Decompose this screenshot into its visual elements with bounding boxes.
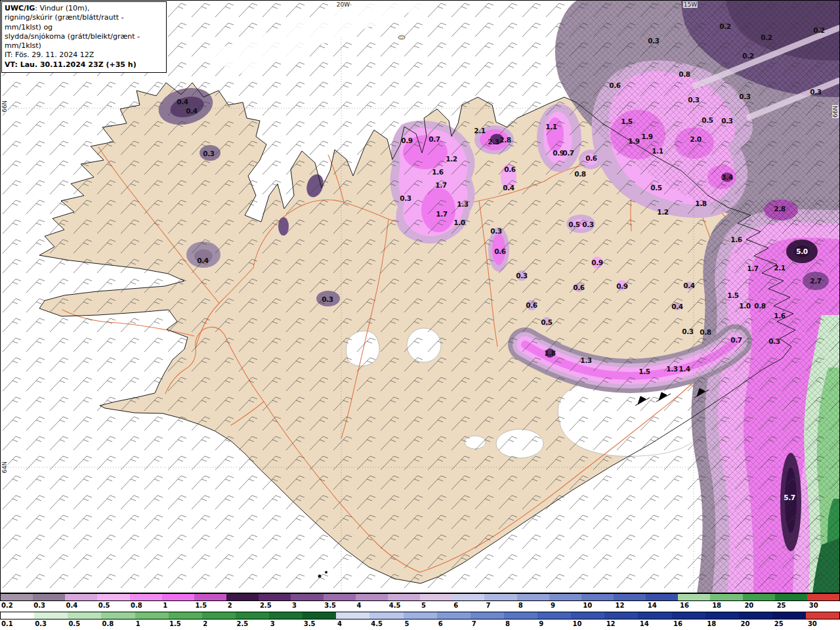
colorbar-label: 2 (226, 601, 259, 612)
colorbar-cell (369, 612, 403, 619)
colorbar-label: 20 (739, 620, 772, 630)
colorbar-cell (571, 612, 604, 619)
colorbar-label: 8 (517, 601, 549, 612)
colorbar-cell (471, 612, 504, 619)
colorbar-cell (646, 594, 678, 600)
colorbar-cell (34, 612, 68, 619)
colorbar-label: 20 (743, 601, 775, 612)
colorbar-cell (135, 612, 169, 619)
colorbar-cell (672, 612, 705, 619)
colorbar-cell (65, 594, 97, 600)
weather-forecast-map: 20W15W66N64N66N 0.40.40.30.40.30.90.71.2… (0, 0, 840, 630)
colorbar-cell (807, 594, 839, 600)
colorbar-cell (68, 612, 101, 619)
colorbar-cell (537, 612, 571, 619)
colorbar-label: 0.3 (32, 601, 64, 612)
colorbar-label: 9 (549, 601, 581, 612)
colorbar-label: 14 (639, 620, 672, 630)
colorbar-cell (356, 594, 388, 600)
colorbar-label: 25 (776, 601, 808, 612)
colorbar-cell (336, 612, 369, 619)
colorbar-label: 25 (773, 620, 807, 630)
snow-scale-colorbar: 0.20.30.40.50.811.522.533.544.5567891012… (0, 593, 840, 612)
colorbar-label: 12 (605, 620, 639, 630)
colorbar-cell (581, 594, 614, 600)
colorbar-label: 12 (614, 601, 646, 612)
colorbar-cell (404, 612, 437, 619)
colorbar-label: 4 (356, 601, 388, 612)
colorbar-cell (739, 612, 772, 619)
colorbar-cell (269, 612, 303, 619)
colorbar-cell (437, 612, 471, 619)
colorbar-label: 1 (161, 601, 194, 612)
colorbar-label: 9 (537, 620, 571, 630)
valid-time: VT: Lau. 30.11.2024 23Z (+35 h) (5, 60, 162, 70)
colorbar-label: 5 (420, 601, 452, 612)
colorbar-cell (226, 594, 259, 600)
title-line3: slydda/snjókoma (grátt/bleikt/grænt - mm… (5, 32, 162, 51)
colorbar-cell (162, 594, 194, 600)
colorbar-cell (130, 594, 162, 600)
colorbar-cell (169, 612, 202, 619)
colorbar-label: 18 (711, 601, 743, 612)
colorbar-label: 16 (672, 620, 705, 630)
colorbar-cell (638, 612, 671, 619)
colorbar-cell (452, 594, 484, 600)
colorbar-label: 0.5 (67, 620, 100, 630)
colorbar-cell (33, 594, 65, 600)
title-line1: UWC/IG: Vindur (10m), (5, 4, 162, 13)
colorbar-label: 3 (291, 601, 323, 612)
colorbar-label: 6 (452, 601, 484, 612)
colorbar-label: 0.2 (0, 601, 32, 612)
colorbar-label: 16 (679, 601, 711, 612)
colorbar-label: 30 (807, 620, 840, 630)
colorbar-label: 30 (808, 601, 840, 612)
colorbar-cell (303, 612, 336, 619)
colorbar-cell (101, 612, 135, 619)
app-name: UWC/IG (5, 4, 35, 12)
colorbar-label: 2 (201, 620, 235, 630)
colorbar-cell (388, 594, 420, 600)
colorbar-label: 3.5 (323, 601, 355, 612)
colorbar-cell (806, 612, 839, 619)
legend-colorbars: 0.20.30.40.50.811.522.533.544.5567891012… (0, 593, 840, 630)
rain-scale-colorbar: 0.10.30.50.811.522.533.544.5567891012141… (0, 612, 840, 630)
colorbar-label: 0.5 (97, 601, 129, 612)
colorbar-label: 7 (485, 601, 517, 612)
colorbar-label: 0.8 (129, 601, 161, 612)
colorbar-cell (517, 594, 549, 600)
colorbar-label: 18 (705, 620, 739, 630)
colorbar-label: 10 (581, 601, 614, 612)
colorbar-label: 0.8 (101, 620, 135, 630)
colorbar-cell (1, 612, 34, 619)
colorbar-label: 0.1 (0, 620, 33, 630)
colorbar-cell (710, 594, 742, 600)
colorbar-label: 0.4 (64, 601, 96, 612)
init-time: IT: Fös. 29. 11. 2024 12Z (5, 51, 162, 60)
colorbar-label: 7 (471, 620, 504, 630)
colorbar-label: 1.5 (194, 601, 226, 612)
colorbar-cell (1, 594, 33, 600)
colorbar-label: 1.5 (168, 620, 201, 630)
colorbar-label: 3.5 (303, 620, 336, 630)
colorbar-label: 5 (403, 620, 436, 630)
colorbar-cell (678, 594, 710, 600)
colorbar-label: 2.5 (259, 601, 291, 612)
map-canvas: 20W15W66N64N66N 0.40.40.30.40.30.90.71.2… (0, 0, 840, 593)
colorbar-label: 2.5 (235, 620, 268, 630)
colorbar-cell (614, 594, 646, 600)
colorbar-label: 10 (571, 620, 604, 630)
colorbar-cell (484, 594, 516, 600)
colorbar-cell (775, 594, 807, 600)
colorbar-cell (705, 612, 739, 619)
colorbar-label: 8 (504, 620, 537, 630)
colorbar-label: 0.3 (33, 620, 67, 630)
colorbar-cell (549, 594, 581, 600)
colorbar-cell (202, 612, 236, 619)
colorbar-label: 4.5 (369, 620, 403, 630)
title-line1-rest: : Vindur (10m), (35, 4, 89, 12)
colorbar-cell (420, 594, 452, 600)
colorbar-cell (324, 594, 356, 600)
colorbar-cell (194, 594, 226, 600)
colorbar-label: 3 (269, 620, 303, 630)
